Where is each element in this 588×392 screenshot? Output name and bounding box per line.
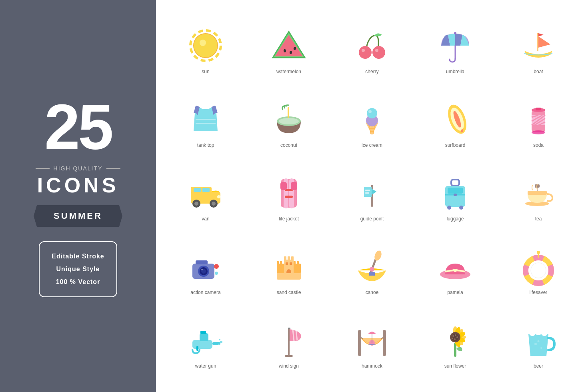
svg-rect-37 (202, 188, 210, 192)
svg-point-126 (452, 338, 453, 339)
ice-cream-label: ice cream (362, 142, 382, 148)
svg-point-68 (215, 272, 218, 275)
luggage-label: luggage (447, 216, 464, 222)
watermelon-label: watermelon (276, 69, 301, 74)
svg-point-9 (375, 49, 378, 52)
coconut-icon (269, 99, 309, 139)
svg-point-42 (217, 195, 220, 198)
svg-rect-100 (200, 331, 206, 334)
surfboard-label: surfboard (445, 142, 466, 148)
icon-cell-guide-point: guide point (330, 169, 414, 224)
hammock-icon (352, 320, 392, 360)
svg-rect-56 (454, 194, 457, 196)
van-label: van (202, 216, 209, 222)
svg-point-8 (372, 46, 385, 59)
icon-cell-tank-top: tank top (164, 95, 247, 150)
feature-1: Editable Stroke (52, 250, 104, 263)
left-panel: 25 HIGH QUALITY ICONS SUMMER Editable St… (0, 0, 156, 392)
icon-cell-hammock: hammock (330, 316, 414, 371)
svg-point-129 (541, 330, 548, 336)
sand-castle-label: sand castle (277, 290, 301, 295)
wind-sign-label: wind sign (279, 363, 299, 369)
icon-cell-cherry: cherry (330, 22, 414, 76)
svg-point-86 (454, 269, 457, 272)
svg-point-11 (454, 32, 456, 34)
surfboard-icon (435, 99, 475, 139)
svg-rect-48 (365, 190, 370, 191)
svg-point-7 (362, 49, 365, 52)
svg-point-55 (459, 206, 463, 210)
sun-icon (186, 26, 226, 66)
hammock-label: hammock (362, 363, 382, 369)
svg-rect-13 (537, 33, 538, 36)
svg-rect-72 (280, 261, 282, 264)
cherry-label: cherry (365, 69, 378, 74)
icon-cell-canoe: canoe (330, 242, 414, 297)
svg-point-92 (537, 251, 540, 254)
canoe-icon (352, 246, 392, 286)
icon-cell-lifesaver: lifesaver (497, 242, 580, 297)
svg-point-16 (279, 118, 299, 124)
tea-label: tea (535, 216, 542, 222)
svg-rect-93 (192, 340, 212, 349)
boat-label: boat (534, 69, 543, 74)
icon-cell-coconut: coconut (247, 95, 330, 150)
svg-rect-106 (383, 330, 386, 356)
svg-rect-73 (294, 264, 301, 273)
svg-rect-46 (291, 182, 297, 190)
svg-rect-80 (286, 262, 288, 265)
svg-point-6 (359, 46, 372, 59)
svg-point-89 (528, 260, 548, 280)
watermelon-icon (269, 26, 309, 66)
svg-point-131 (540, 347, 542, 349)
boat-icon (518, 26, 558, 66)
icon-cell-water-gun: water gun (164, 316, 247, 371)
action-camera-icon (186, 246, 226, 286)
feature-box: Editable Stroke Unique Style 100 % Vecto… (39, 241, 117, 297)
svg-point-124 (456, 336, 458, 338)
svg-point-24 (367, 108, 377, 118)
svg-rect-105 (358, 330, 361, 356)
hq-text: HIGH QUALITY (54, 165, 103, 172)
svg-point-41 (212, 202, 216, 206)
svg-rect-77 (284, 256, 286, 260)
wind-sign-icon (269, 320, 309, 360)
soda-icon (518, 99, 558, 139)
svg-point-84 (370, 267, 374, 272)
pamela-label: pamela (447, 290, 463, 295)
svg-rect-81 (290, 262, 292, 265)
svg-point-67 (214, 264, 219, 269)
svg-point-99 (218, 344, 220, 345)
svg-rect-94 (200, 333, 208, 341)
icon-cell-surfboard: surfboard (414, 95, 497, 150)
coconut-label: coconut (280, 142, 297, 148)
feature-2: Unique Style (52, 263, 104, 276)
icon-cell-watermelon: watermelon (247, 22, 330, 76)
water-gun-icon (186, 320, 226, 360)
sun-label: sun (202, 69, 209, 74)
svg-rect-36 (194, 188, 201, 192)
category-ribbon: SUMMER (34, 205, 122, 227)
svg-rect-44 (285, 196, 293, 198)
tank-top-label: tank top (197, 142, 214, 148)
water-gun-label: water gun (195, 363, 216, 369)
icon-cell-soda: soda (497, 95, 580, 150)
icon-cell-boat: boat (497, 22, 580, 76)
icon-cell-sun-flower: sun flower (414, 316, 497, 371)
hq-line-left (36, 168, 50, 169)
guide-point-icon (352, 173, 392, 213)
icon-cell-umbrella: umbrella (414, 22, 497, 76)
icon-cell-ice-cream: ice cream (330, 95, 414, 150)
svg-point-130 (534, 343, 537, 345)
svg-rect-71 (277, 261, 279, 264)
icon-cell-tea: tea (497, 169, 580, 224)
tank-top-icon (186, 99, 226, 139)
umbrella-label: umbrella (446, 69, 464, 74)
soda-label: soda (533, 142, 544, 148)
svg-rect-12 (537, 36, 538, 51)
svg-rect-50 (451, 180, 459, 186)
feature-3: 100 % Vector (52, 276, 104, 288)
svg-point-0 (194, 34, 218, 58)
beer-icon (518, 320, 558, 360)
icon-cell-luggage: luggage (414, 169, 497, 224)
